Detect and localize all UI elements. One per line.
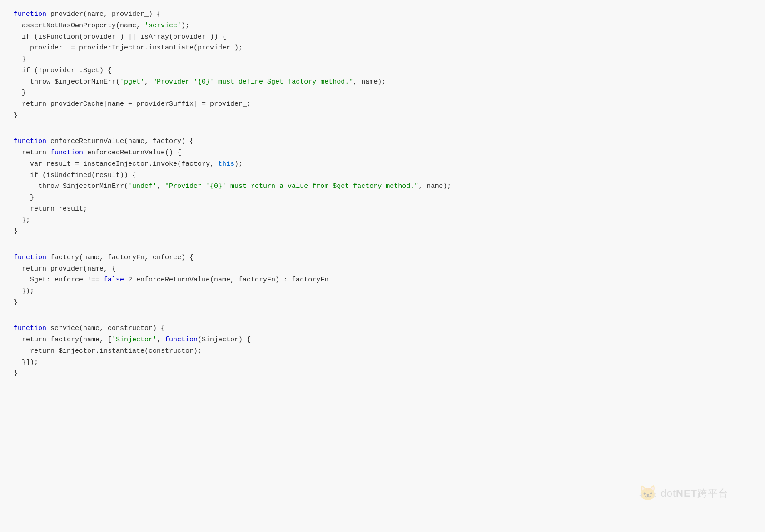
- code-block-enforce-return-value: function enforceReturnValue(name, factor…: [14, 136, 751, 237]
- line-9: return providerCache[name + providerSuff…: [14, 99, 751, 110]
- code-block-service: function service(name, constructor) { re…: [14, 323, 751, 379]
- line-19: }: [14, 226, 751, 237]
- line-28: }]);: [14, 357, 751, 369]
- code-container: function provider(name, provider_) { ass…: [0, 0, 765, 532]
- line-13: var result = instanceInjector.invoke(fac…: [14, 159, 751, 170]
- spacer-1: [14, 125, 751, 137]
- line-10: }: [14, 110, 751, 122]
- line-23: });: [14, 286, 751, 297]
- line-5: }: [14, 54, 751, 65]
- watermark-icon: 🐱: [639, 482, 657, 505]
- line-24: }: [14, 297, 751, 309]
- line-26: return factory(name, ['$injector', funct…: [14, 335, 751, 346]
- line-25: function service(name, constructor) {: [14, 323, 751, 335]
- code-block-factory: function factory(name, factoryFn, enforc…: [14, 252, 751, 309]
- line-20: function factory(name, factoryFn, enforc…: [14, 252, 751, 264]
- line-2: assertNotHasOwnProperty(name, 'service')…: [14, 20, 751, 32]
- line-16: }: [14, 192, 751, 204]
- line-3: if (isFunction(provider_) || isArray(pro…: [14, 32, 751, 43]
- watermark: 🐱 dotNET跨平台: [639, 482, 729, 505]
- line-18: };: [14, 215, 751, 227]
- spacer-3: [14, 312, 751, 324]
- line-15: throw $injectorMinErr('undef', "Provider…: [14, 181, 751, 192]
- line-8: }: [14, 88, 751, 99]
- line-4: provider_ = providerInjector.instantiate…: [14, 43, 751, 54]
- line-29: }: [14, 368, 751, 379]
- line-7: throw $injectorMinErr('pget', "Provider …: [14, 77, 751, 88]
- line-1: function provider(name, provider_) {: [14, 9, 751, 20]
- code-block-provider: function provider(name, provider_) { ass…: [14, 9, 751, 122]
- spacer-2: [14, 241, 751, 252]
- line-14: if (isUndefined(result)) {: [14, 170, 751, 182]
- line-27: return $injector.instantiate(constructor…: [14, 346, 751, 357]
- line-17: return result;: [14, 204, 751, 215]
- line-12: return function enforcedReturnValue() {: [14, 148, 751, 159]
- line-22: $get: enforce !== false ? enforceReturnV…: [14, 275, 751, 286]
- line-21: return provider(name, {: [14, 264, 751, 275]
- line-6: if (!provider_.$get) {: [14, 65, 751, 77]
- line-11: function enforceReturnValue(name, factor…: [14, 136, 751, 148]
- watermark-text: dotNET跨平台: [661, 485, 729, 501]
